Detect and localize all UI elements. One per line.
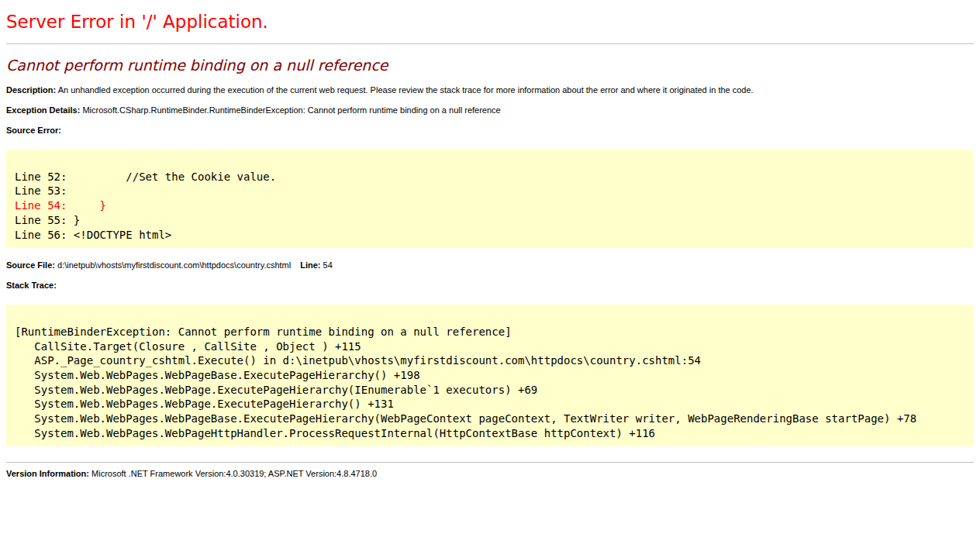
description-text: An unhandled exception occurred during t… [58, 85, 754, 95]
source-error-highlighted-line: Line 54: } [15, 199, 106, 212]
stack-trace-panel: [RuntimeBinderException: Cannot perform … [6, 305, 974, 446]
title-divider [6, 43, 974, 44]
source-error-label-line: Source Error: [6, 126, 974, 136]
exception-details-line: Exception Details: Microsoft.CSharp.Runt… [6, 105, 974, 115]
source-error-panel: Line 52: //Set the Cookie value. Line 53… [6, 150, 974, 247]
error-page: Server Error in '/' Application. Cannot … [6, 11, 974, 479]
source-error-code-after: Line 55: } Line 56: <!DOCTYPE html> [15, 214, 171, 241]
source-file-label: Source File: [6, 260, 55, 270]
version-info-line: Version Information: Microsoft .NET Fram… [6, 469, 974, 479]
stack-trace-label-line: Stack Trace: [6, 281, 974, 291]
source-error-code: Line 52: //Set the Cookie value. Line 53… [15, 155, 965, 242]
error-message-heading: Cannot perform runtime binding on a null… [6, 57, 974, 74]
description-line: Description: An unhandled exception occu… [6, 85, 974, 95]
stack-trace-code: [RuntimeBinderException: Cannot perform … [15, 310, 965, 440]
version-info-label: Version Information: [6, 469, 89, 478]
line-number-value: 54 [323, 260, 333, 270]
version-info-text: Microsoft .NET Framework Version:4.0.303… [91, 469, 377, 478]
description-label: Description: [6, 85, 56, 95]
footer-divider [6, 462, 974, 463]
page-title: Server Error in '/' Application. [6, 11, 974, 33]
line-number-label: Line: [300, 260, 320, 270]
source-file-path: d:\inetpub\vhosts\myfirstdiscount.com\ht… [57, 260, 291, 270]
source-error-label: Source Error: [6, 126, 61, 135]
stack-trace-label: Stack Trace: [6, 281, 57, 290]
source-file-line: Source File: d:\inetpub\vhosts\myfirstdi… [6, 260, 974, 270]
source-error-code-before: Line 52: //Set the Cookie value. Line 53… [15, 170, 276, 198]
exception-details-label: Exception Details: [6, 105, 80, 115]
exception-details-text: Microsoft.CSharp.RuntimeBinder.RuntimeBi… [82, 105, 500, 115]
